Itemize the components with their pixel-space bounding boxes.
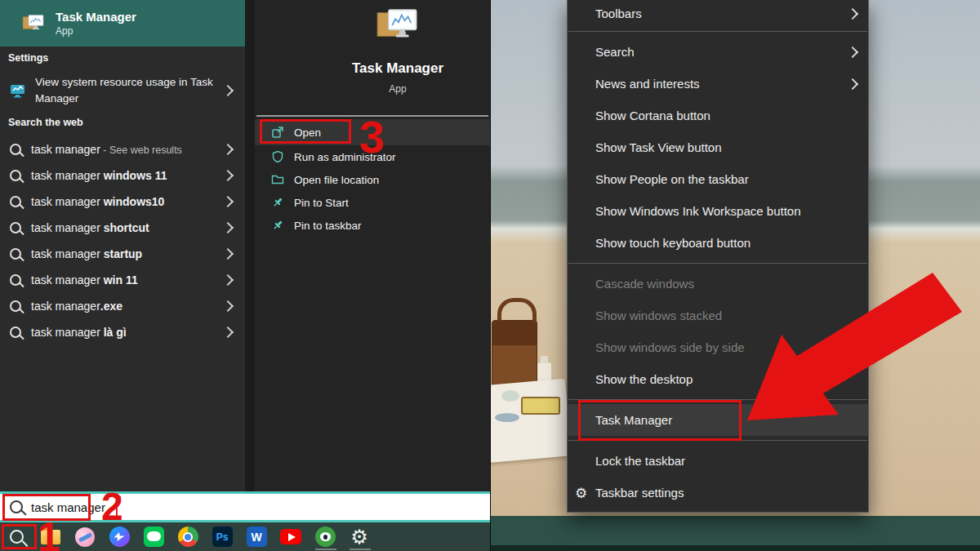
picnic-blanket bbox=[479, 379, 572, 464]
search-icon bbox=[10, 300, 21, 312]
search-icon bbox=[10, 196, 21, 207]
plate bbox=[501, 390, 519, 402]
suggestion-la-gi[interactable]: task manager là gì bbox=[0, 319, 245, 345]
taskbar-messenger[interactable] bbox=[108, 526, 131, 549]
menu-item-show-windows-side-by-side: Show windows side by side bbox=[568, 331, 868, 363]
app-detail-panel: Task Manager App Open Run as administrat… bbox=[255, 0, 490, 491]
menu-item-lock-the-taskbar[interactable]: Lock the taskbar bbox=[568, 445, 868, 477]
search-icon bbox=[10, 144, 21, 155]
settings-item-label: View system resource usage in Task Manag… bbox=[35, 74, 213, 106]
chevron-right-icon bbox=[222, 222, 234, 233]
suggestion-startup[interactable]: task manager startup bbox=[0, 241, 245, 267]
menu-item-show-touch-keyboard[interactable]: Show touch keyboard button bbox=[568, 227, 868, 259]
menu-item-show-cortana-button[interactable]: Show Cortana button bbox=[568, 100, 868, 131]
chevron-right-icon bbox=[222, 327, 234, 338]
search-icon bbox=[10, 170, 21, 181]
paint-3d-icon bbox=[75, 527, 95, 547]
app-actions: Open Run as administrator Open file loca… bbox=[255, 119, 490, 237]
line-icon bbox=[144, 527, 164, 547]
taskbar-word[interactable]: W bbox=[245, 526, 268, 549]
chrome-icon bbox=[178, 527, 198, 547]
taskbar-green-mascot-app[interactable] bbox=[314, 526, 336, 549]
action-open-file-location[interactable]: Open file location bbox=[255, 168, 490, 191]
suggestion-windows10[interactable]: task manager windows10 bbox=[0, 189, 245, 215]
panel-gutter bbox=[245, 0, 255, 491]
menu-divider bbox=[568, 263, 867, 264]
app-info: Task Manager App bbox=[255, 0, 490, 95]
action-pin-to-taskbar[interactable]: Pin to taskbar bbox=[255, 214, 490, 237]
taskbar-photoshop[interactable]: Ps bbox=[211, 526, 234, 549]
chevron-right-icon bbox=[222, 274, 234, 286]
task-manager-icon bbox=[374, 5, 421, 46]
menu-item-toolbars[interactable]: Toolbars bbox=[568, 0, 868, 27]
search-web-section-label: Search the web bbox=[8, 117, 83, 128]
menu-divider bbox=[568, 31, 867, 32]
taskbar-search-button[interactable] bbox=[5, 526, 28, 549]
green-mascot-icon bbox=[315, 527, 336, 547]
youtube-icon bbox=[280, 529, 301, 544]
suggestion-win-11[interactable]: task manager win 11 bbox=[0, 267, 245, 293]
search-input-value[interactable]: task manager bbox=[31, 500, 105, 514]
taskbar-chrome[interactable] bbox=[176, 526, 199, 549]
food-tray bbox=[521, 397, 560, 415]
search-icon bbox=[10, 500, 23, 513]
gear-icon: ⚙ bbox=[575, 486, 587, 500]
windows-desktop-screenshot: Task Manager App Settings View system re… bbox=[0, 0, 980, 551]
settings-gear-icon: ⚙ bbox=[350, 527, 368, 547]
taskbar-file-explorer[interactable] bbox=[39, 526, 62, 549]
menu-item-search[interactable]: Search bbox=[568, 36, 868, 68]
settings-result-item[interactable]: View system resource usage in Task Manag… bbox=[0, 69, 245, 113]
suggestion-exe[interactable]: task manager.exe bbox=[0, 293, 245, 319]
chevron-right-icon bbox=[847, 78, 858, 89]
chevron-right-icon bbox=[222, 248, 234, 260]
menu-divider bbox=[568, 440, 867, 441]
app-title: Task Manager bbox=[305, 60, 490, 77]
task-manager-icon bbox=[21, 12, 46, 34]
action-pin-to-start[interactable]: Pin to Start bbox=[255, 191, 490, 214]
chevron-right-icon bbox=[222, 144, 234, 155]
menu-divider bbox=[568, 399, 867, 400]
menu-item-show-people[interactable]: Show People on the taskbar bbox=[568, 163, 868, 195]
menu-item-show-the-desktop[interactable]: Show the desktop bbox=[568, 363, 868, 395]
taskbar-youtube[interactable] bbox=[279, 526, 302, 549]
menu-item-task-manager[interactable]: Task Manager bbox=[568, 404, 868, 436]
taskbar-search-box[interactable]: task manager bbox=[0, 491, 490, 522]
action-open[interactable]: Open bbox=[255, 119, 490, 145]
suggestion-windows-11[interactable]: task manager windows 11 bbox=[0, 162, 245, 189]
taskbar-settings[interactable]: ⚙ bbox=[348, 526, 371, 549]
taskbar-paint-3d[interactable] bbox=[74, 526, 96, 549]
chevron-right-icon bbox=[847, 7, 858, 19]
plate bbox=[495, 413, 519, 422]
chevron-right-icon bbox=[847, 46, 858, 57]
web-suggestions-list: task manager - See web results task mana… bbox=[0, 136, 245, 345]
best-match-subtitle: App bbox=[56, 25, 136, 37]
chevron-right-icon bbox=[222, 170, 234, 181]
action-run-as-administrator[interactable]: Run as administrator bbox=[255, 145, 490, 168]
menu-item-taskbar-settings[interactable]: ⚙ Taskbar settings bbox=[568, 477, 868, 509]
suggestion-see-web-results[interactable]: task manager - See web results bbox=[0, 136, 245, 162]
running-app-indicator bbox=[315, 549, 336, 550]
suggestion-shortcut[interactable]: task manager shortcut bbox=[0, 215, 245, 241]
search-icon bbox=[10, 222, 21, 233]
photoshop-icon: Ps bbox=[212, 527, 233, 547]
taskbar-right-section[interactable] bbox=[490, 516, 980, 545]
menu-item-show-ink-workspace[interactable]: Show Windows Ink Workspace button bbox=[568, 195, 868, 227]
divider bbox=[256, 115, 488, 117]
chevron-right-icon bbox=[222, 196, 234, 207]
start-search-panel: Task Manager App Settings View system re… bbox=[0, 0, 245, 491]
pin-icon bbox=[271, 196, 284, 209]
settings-section-label: Settings bbox=[8, 52, 48, 64]
menu-item-show-windows-stacked: Show windows stacked bbox=[568, 300, 868, 331]
running-app-indicator bbox=[350, 549, 371, 550]
search-icon bbox=[10, 327, 21, 338]
menu-item-show-task-view-button[interactable]: Show Task View button bbox=[568, 131, 868, 163]
app-subtitle: App bbox=[305, 83, 490, 95]
folder-location-icon bbox=[271, 173, 284, 186]
taskbar-line[interactable] bbox=[142, 526, 165, 549]
system-resource-icon bbox=[10, 84, 25, 98]
menu-item-news-and-interests[interactable]: News and interests bbox=[568, 68, 868, 100]
search-icon bbox=[10, 530, 24, 544]
best-match-result[interactable]: Task Manager App bbox=[0, 0, 245, 47]
taskbar: Ps W ⚙ bbox=[0, 522, 490, 551]
text-cursor bbox=[114, 496, 121, 518]
